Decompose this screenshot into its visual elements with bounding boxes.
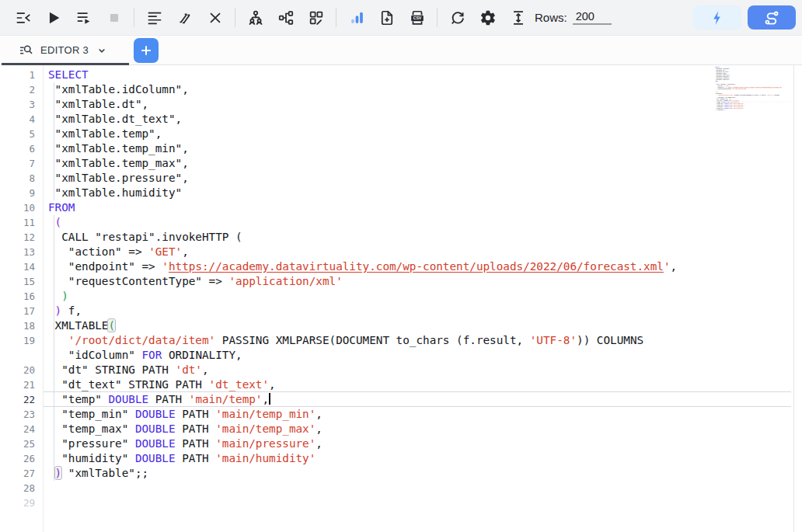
- toolbar-divider: [437, 8, 438, 27]
- chart-view-button[interactable]: [347, 8, 367, 28]
- code-line[interactable]: "xmlTable.dt_text",: [48, 112, 802, 127]
- code-line[interactable]: ): [48, 289, 802, 304]
- code-line[interactable]: "dt" STRING PATH 'dt',: [48, 363, 802, 377]
- code-line[interactable]: CALL "restapi".invokeHTTP (: [48, 230, 802, 245]
- line-number: 7: [0, 156, 43, 171]
- code-line[interactable]: (: [48, 215, 802, 230]
- line-number: 2: [0, 82, 43, 97]
- code-line[interactable]: "xmlTable.temp_min",: [48, 141, 802, 156]
- org-tree-icon: [247, 9, 264, 26]
- gear-icon: [479, 9, 497, 26]
- line-number: 1: [0, 68, 43, 82]
- code-line[interactable]: "dt_text" STRING PATH 'dt_text',: [48, 377, 802, 392]
- export-csv-button[interactable]: CSV: [407, 8, 427, 28]
- code-line[interactable]: FROM: [48, 200, 802, 215]
- dependency-tree-icon: [277, 9, 295, 26]
- line-number: 28: [0, 481, 43, 495]
- code-line[interactable]: "xmlTable.temp",: [48, 127, 802, 141]
- code-line[interactable]: "xmlTable.humidity": [48, 186, 802, 200]
- line-number: [0, 348, 43, 363]
- code-line[interactable]: [715, 113, 792, 114]
- code-line[interactable]: "xmlTable.temp_max",: [48, 156, 802, 171]
- refresh-button[interactable]: [448, 8, 468, 28]
- code-line-wrap[interactable]: "idColumn" FOR ORDINALITY,: [48, 348, 802, 363]
- close-icon: [207, 9, 224, 26]
- skip-statements-button[interactable]: [175, 8, 195, 28]
- toolbar-divider: [336, 8, 336, 27]
- code-line[interactable]: "xmlTable.idColumn",: [48, 82, 802, 97]
- line-number: 24: [0, 422, 43, 436]
- rows-limit-field: Rows: 200: [535, 10, 612, 25]
- toolbar-divider: [235, 8, 235, 27]
- code-line[interactable]: "requestContentType" => 'application/xml…: [48, 274, 802, 289]
- double-slash-icon: [176, 9, 194, 26]
- settings-button[interactable]: [478, 8, 498, 28]
- code-line[interactable]: ) f,: [48, 304, 802, 318]
- stop-button[interactable]: [104, 8, 124, 28]
- run-query-button[interactable]: [44, 8, 64, 28]
- toolbar-actions: [693, 5, 796, 30]
- new-tab-button[interactable]: [134, 38, 159, 63]
- code-line[interactable]: ) "xmlTable";;: [48, 466, 802, 481]
- line-number: 4: [0, 112, 43, 127]
- dependency-tree-button[interactable]: [276, 8, 296, 28]
- run-script-button[interactable]: [74, 8, 94, 28]
- tab-bar: EDITOR 3: [0, 36, 802, 65]
- tab-editor-3[interactable]: EDITOR 3: [0, 36, 131, 64]
- run-script-icon: [75, 9, 92, 26]
- sql-editor[interactable]: 1234567891011121314151617181920212223242…: [0, 65, 802, 532]
- lightning-icon: [709, 9, 726, 26]
- code-line[interactable]: "action" => 'GET',: [48, 245, 802, 259]
- execution-plan-button[interactable]: [246, 8, 266, 28]
- scrollbar-track-border: [793, 65, 794, 532]
- code-area[interactable]: SELECT "xmlTable.idColumn", "xmlTable.dt…: [44, 65, 802, 532]
- line-number: 13: [0, 245, 43, 259]
- collapse-editor-button[interactable]: [13, 8, 33, 28]
- line-number: 12: [0, 230, 43, 245]
- minimap-content: SELECT "xmlTable.idColumn", "xmlTable.dt…: [715, 66, 792, 114]
- code-line[interactable]: "temp_max" DOUBLE PATH 'main/temp_max',: [48, 422, 802, 436]
- code-line[interactable]: "pressure" DOUBLE PATH 'main/pressure',: [48, 436, 802, 451]
- line-number: 6: [0, 141, 43, 156]
- format-code-icon: [146, 9, 163, 26]
- row-limit-button[interactable]: [508, 8, 528, 28]
- code-line[interactable]: XMLTABLE(: [48, 318, 802, 333]
- line-number: 20: [0, 363, 43, 377]
- code-line[interactable]: "temp" DOUBLE PATH 'main/temp',: [48, 392, 802, 407]
- quick-run-button[interactable]: [693, 5, 741, 30]
- export-csv-icon: CSV: [409, 9, 426, 26]
- code-line[interactable]: "xmlTable.dt",: [48, 97, 802, 112]
- code-line[interactable]: [48, 481, 802, 495]
- minimap[interactable]: SELECT "xmlTable.idColumn", "xmlTable.dt…: [715, 66, 793, 130]
- line-number: 27: [0, 466, 43, 481]
- line-number: 19: [0, 333, 43, 348]
- gutter: 1234567891011121314151617181920212223242…: [0, 65, 44, 532]
- code-line[interactable]: "humidity" DOUBLE PATH 'main/humidity': [48, 451, 802, 466]
- new-file-icon: [378, 9, 396, 26]
- rows-input[interactable]: 200: [573, 10, 612, 25]
- line-number: 5: [0, 127, 43, 141]
- line-number: 11: [0, 215, 43, 230]
- code-line[interactable]: "endpoint" => 'https://academy.datavirtu…: [48, 259, 802, 274]
- plus-icon: [138, 43, 154, 58]
- edit-metadata-button[interactable]: [306, 8, 326, 28]
- line-number: 9: [0, 186, 43, 200]
- pipeline-icon: [762, 9, 781, 27]
- code-line[interactable]: "temp_min" DOUBLE PATH 'main/temp_min',: [48, 407, 802, 422]
- toolbar: CSV Rows: 200: [0, 0, 802, 36]
- line-number: 14: [0, 259, 43, 274]
- stop-icon: [106, 9, 123, 26]
- format-code-button[interactable]: [145, 8, 165, 28]
- code-line[interactable]: '/root/dict/data/item' PASSING XMLPARSE(…: [48, 333, 802, 348]
- code-line[interactable]: SELECT: [48, 68, 802, 82]
- code-line[interactable]: [48, 495, 802, 510]
- code-line[interactable]: "xmlTable.pressure",: [48, 171, 802, 186]
- line-number: 26: [0, 451, 43, 466]
- row-height-icon: [510, 9, 527, 26]
- clear-editor-button[interactable]: [205, 8, 225, 28]
- pipeline-button[interactable]: [748, 5, 796, 30]
- line-number: 17: [0, 304, 43, 318]
- chevron-down-icon[interactable]: [95, 43, 109, 57]
- new-file-button[interactable]: [377, 8, 397, 28]
- line-number: 3: [0, 97, 43, 112]
